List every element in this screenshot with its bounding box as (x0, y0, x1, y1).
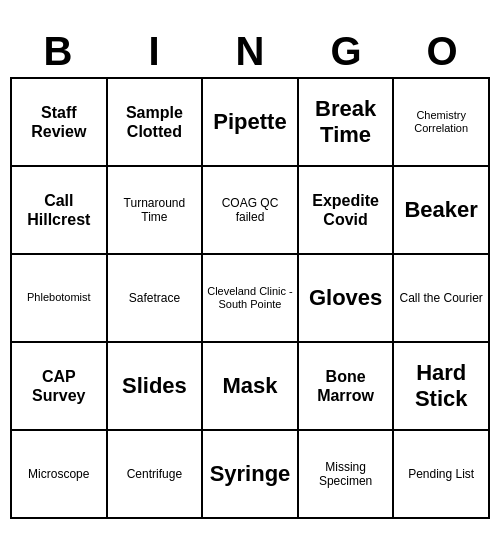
bingo-cell: Break Time (299, 79, 395, 167)
cell-text: Sample Clotted (111, 103, 199, 141)
bingo-cell: Safetrace (108, 255, 204, 343)
header-letter: I (106, 25, 202, 77)
bingo-cell: Call Hillcrest (12, 167, 108, 255)
cell-text: Pending List (408, 467, 474, 481)
bingo-cell: Pending List (394, 431, 490, 519)
cell-text: Cleveland Clinic - South Pointe (206, 285, 294, 311)
cell-text: Beaker (404, 197, 477, 223)
bingo-cell: CAP Survey (12, 343, 108, 431)
bingo-cell: Missing Specimen (299, 431, 395, 519)
header-letter: O (394, 25, 490, 77)
cell-text: Call the Courier (400, 291, 483, 305)
bingo-cell: COAG QC failed (203, 167, 299, 255)
cell-text: Phlebotomist (27, 291, 91, 304)
cell-text: Break Time (302, 96, 390, 149)
bingo-cell: Cleveland Clinic - South Pointe (203, 255, 299, 343)
bingo-cell: Chemistry Correlation (394, 79, 490, 167)
bingo-cell: Pipette (203, 79, 299, 167)
bingo-cell: Gloves (299, 255, 395, 343)
cell-text: Centrifuge (127, 467, 182, 481)
cell-text: Syringe (210, 461, 291, 487)
bingo-cell: Sample Clotted (108, 79, 204, 167)
bingo-header: BINGO (10, 25, 490, 77)
cell-text: Chemistry Correlation (397, 109, 485, 135)
cell-text: Hard Stick (397, 360, 485, 413)
bingo-cell: Expedite Covid (299, 167, 395, 255)
cell-text: Staff Review (15, 103, 103, 141)
bingo-cell: Beaker (394, 167, 490, 255)
bingo-cell: Hard Stick (394, 343, 490, 431)
cell-text: Gloves (309, 285, 382, 311)
bingo-cell: Staff Review (12, 79, 108, 167)
cell-text: Pipette (213, 109, 286, 135)
cell-text: Call Hillcrest (15, 191, 103, 229)
header-letter: N (202, 25, 298, 77)
bingo-cell: Phlebotomist (12, 255, 108, 343)
bingo-cell: Slides (108, 343, 204, 431)
bingo-cell: Turnaround Time (108, 167, 204, 255)
cell-text: Expedite Covid (302, 191, 390, 229)
cell-text: Slides (122, 373, 187, 399)
header-letter: B (10, 25, 106, 77)
cell-text: CAP Survey (15, 367, 103, 405)
cell-text: Turnaround Time (111, 196, 199, 225)
cell-text: COAG QC failed (206, 196, 294, 225)
cell-text: Bone Marrow (302, 367, 390, 405)
bingo-cell: Call the Courier (394, 255, 490, 343)
cell-text: Missing Specimen (302, 460, 390, 489)
bingo-cell: Syringe (203, 431, 299, 519)
bingo-cell: Microscope (12, 431, 108, 519)
cell-text: Microscope (28, 467, 89, 481)
cell-text: Safetrace (129, 291, 180, 305)
bingo-cell: Centrifuge (108, 431, 204, 519)
bingo-card: BINGO Staff ReviewSample ClottedPipetteB… (10, 25, 490, 519)
bingo-cell: Bone Marrow (299, 343, 395, 431)
bingo-cell: Mask (203, 343, 299, 431)
bingo-grid: Staff ReviewSample ClottedPipetteBreak T… (10, 77, 490, 519)
header-letter: G (298, 25, 394, 77)
cell-text: Mask (222, 373, 277, 399)
